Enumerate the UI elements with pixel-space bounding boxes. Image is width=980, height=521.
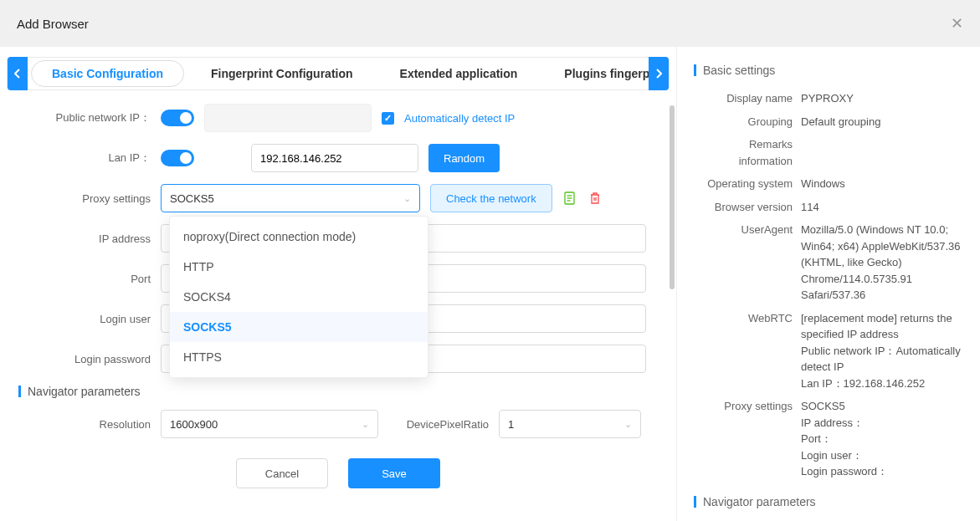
dpr-label: DevicePixelRatio — [388, 418, 489, 431]
r-display-name-value: PYPROXY — [801, 90, 963, 107]
ip-address-label: IP address — [7, 232, 161, 245]
chevron-down-icon: ⌄ — [403, 193, 411, 204]
login-password-label: Login password — [7, 353, 161, 365]
auto-detect-label: Automatically detect IP — [404, 112, 515, 125]
proxy-type-dropdown: noproxy(Direct connection mode) HTTP SOC… — [169, 216, 428, 378]
proxy-settings-label: Proxy settings — [7, 192, 161, 205]
r-ua-label: UserAgent — [694, 222, 801, 304]
dpr-select[interactable]: 1 ⌄ — [499, 410, 641, 438]
proxy-option-noproxy[interactable]: noproxy(Direct connection mode) — [170, 222, 428, 252]
tab-extended-application[interactable]: Extended application — [377, 58, 541, 89]
login-user-label: Login user — [7, 313, 161, 325]
r-display-name-label: Display name — [694, 90, 801, 107]
r-ua-value: Mozilla/5.0 (Windows NT 10.0; Win64; x64… — [801, 222, 963, 304]
basic-settings-title: Basic settings — [694, 64, 963, 77]
document-icon[interactable] — [562, 191, 577, 206]
proxy-option-socks5[interactable]: SOCKS5 — [170, 312, 428, 342]
scrollbar[interactable] — [670, 105, 675, 289]
public-ip-toggle[interactable] — [161, 110, 194, 126]
r-grouping-value: Default grouping — [801, 114, 963, 130]
navigator-parameters-title: Navigator parameters — [18, 385, 670, 398]
chevron-down-icon: ⌄ — [624, 419, 632, 430]
r-proxy-label: Proxy settings — [694, 398, 801, 480]
close-icon[interactable]: ✕ — [951, 14, 963, 33]
r-proxy-value: SOCKS5 IP address： Port： Login user： Log… — [801, 398, 963, 480]
delete-icon[interactable] — [587, 191, 603, 206]
lan-ip-toggle[interactable] — [161, 150, 194, 166]
r-navigator-title: Navigator parameters — [694, 495, 963, 508]
port-label: Port — [7, 273, 161, 285]
tab-fingerprint-configuration[interactable]: Fingerprint Configuration — [187, 58, 377, 89]
r-webrtc-label: WebRTC — [694, 310, 801, 392]
r-grouping-label: Grouping — [694, 114, 801, 130]
tabs-bar: Basic Configuration Fingerprint Configur… — [7, 57, 670, 90]
r-os-value: Windows — [801, 176, 963, 192]
public-ip-input[interactable] — [204, 104, 372, 132]
tabs-scroll-left[interactable] — [8, 57, 28, 90]
auto-detect-checkbox[interactable]: ✓ — [382, 112, 394, 125]
proxy-option-socks4[interactable]: SOCKS4 — [170, 282, 428, 312]
public-ip-label: Public network IP： — [7, 110, 161, 125]
save-button[interactable]: Save — [348, 458, 440, 488]
proxy-option-http[interactable]: HTTP — [170, 252, 428, 282]
resolution-value: 1600x900 — [170, 418, 218, 431]
tabs-scroll-right[interactable] — [649, 57, 669, 90]
proxy-type-select[interactable]: SOCKS5 ⌄ — [161, 184, 420, 212]
r-webrtc-value: [replacement mode] returns the specified… — [801, 310, 963, 392]
dpr-value: 1 — [508, 418, 514, 431]
random-button[interactable]: Random — [428, 144, 500, 172]
r-bv-label: Browser version — [694, 199, 801, 216]
r-os-label: Operating system — [694, 176, 801, 192]
cancel-button[interactable]: Cancel — [236, 458, 328, 488]
tab-plugins-fingerprint[interactable]: Plugins fingerprint — [541, 58, 649, 89]
r-remarks-label: Remarks information — [694, 136, 801, 169]
r-remarks-value — [801, 136, 963, 169]
resolution-label: Resolution — [7, 418, 161, 431]
window-title: Add Browser — [17, 17, 89, 31]
proxy-option-https[interactable]: HTTPS — [170, 342, 428, 372]
proxy-type-value: SOCKS5 — [170, 192, 214, 205]
check-network-button[interactable]: Check the network — [430, 184, 552, 212]
lan-ip-input[interactable] — [251, 144, 418, 172]
r-bv-value: 114 — [801, 199, 963, 216]
resolution-select[interactable]: 1600x900 ⌄ — [161, 410, 378, 438]
tab-basic-configuration[interactable]: Basic Configuration — [31, 60, 184, 87]
lan-ip-label: Lan IP： — [7, 151, 161, 166]
chevron-down-icon: ⌄ — [362, 419, 369, 430]
